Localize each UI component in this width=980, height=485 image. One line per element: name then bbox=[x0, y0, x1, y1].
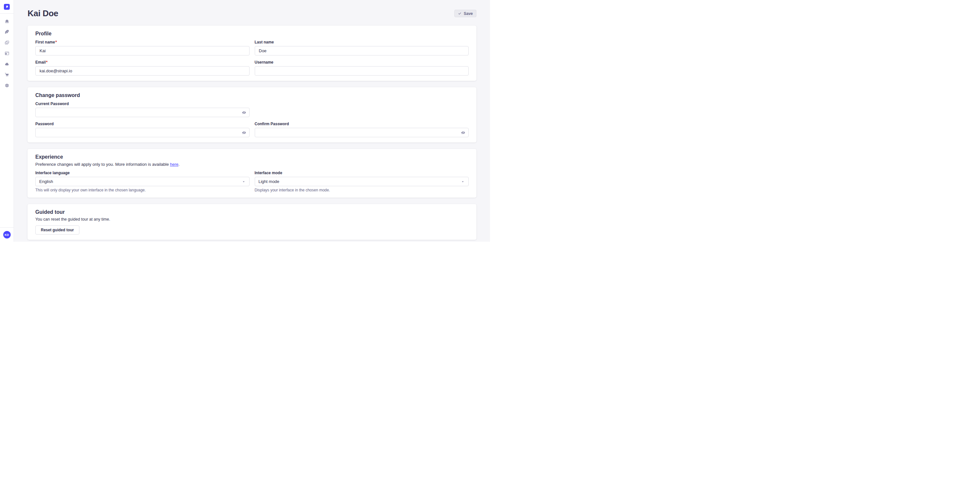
chevron-down-icon bbox=[242, 180, 246, 183]
first-name-field-group: First name* bbox=[35, 40, 250, 56]
username-field-group: Username bbox=[255, 60, 469, 76]
password-fields-grid: Current Password Pass bbox=[35, 102, 469, 137]
last-name-field-group: Last name bbox=[255, 40, 469, 56]
guided-tour-title: Guided tour bbox=[35, 209, 469, 215]
layout-icon bbox=[5, 51, 10, 56]
app-root: KD Kai Doe Save Profile First name* bbox=[0, 0, 490, 242]
page-header: Kai Doe Save bbox=[27, 8, 476, 19]
confirm-password-input[interactable] bbox=[255, 128, 469, 137]
current-password-input-wrap bbox=[35, 108, 250, 117]
user-avatar[interactable]: KD bbox=[3, 231, 11, 238]
toggle-password-visibility-button[interactable] bbox=[242, 131, 246, 135]
interface-language-select[interactable]: English bbox=[35, 177, 250, 186]
interface-language-hint: This will only display your own interfac… bbox=[35, 188, 250, 192]
change-password-title: Change password bbox=[35, 93, 469, 98]
sidebar-item-marketplace[interactable] bbox=[0, 69, 14, 80]
more-information-link[interactable]: here bbox=[170, 162, 178, 167]
first-name-label-text: First name bbox=[35, 40, 55, 45]
current-password-label: Current Password bbox=[35, 102, 250, 106]
password-input-wrap bbox=[35, 128, 250, 137]
reset-guided-tour-button[interactable]: Reset guided tour bbox=[35, 225, 80, 235]
email-field-group: Email* bbox=[35, 60, 250, 76]
cart-icon bbox=[5, 72, 10, 77]
save-button[interactable]: Save bbox=[454, 10, 476, 17]
images-icon bbox=[5, 40, 10, 45]
interface-language-field-group: Interface language English This will onl… bbox=[35, 171, 250, 192]
password-field-group: Password bbox=[35, 122, 250, 137]
required-asterisk: * bbox=[56, 40, 57, 45]
current-password-field-group: Current Password bbox=[35, 102, 250, 117]
sidebar-nav bbox=[0, 14, 14, 227]
sidebar-item-settings[interactable] bbox=[0, 80, 14, 91]
sidebar-item-content-type-builder[interactable] bbox=[0, 48, 14, 59]
current-password-input[interactable] bbox=[35, 108, 250, 117]
experience-description-text: Preference changes will apply only to yo… bbox=[35, 162, 170, 167]
guided-tour-card: Guided tour You can reset the guided tou… bbox=[27, 204, 476, 240]
profile-fields-grid: First name* Last name Email* Username bbox=[35, 40, 469, 76]
interface-language-value: English bbox=[39, 179, 53, 184]
feather-icon bbox=[5, 30, 10, 34]
sidebar-item-home[interactable] bbox=[0, 16, 14, 27]
sidebar-header bbox=[0, 0, 14, 14]
sidebar-footer: KD bbox=[0, 227, 14, 242]
interface-mode-select[interactable]: Light mode bbox=[255, 177, 469, 186]
eye-slash-icon bbox=[461, 131, 465, 135]
experience-description: Preference changes will apply only to yo… bbox=[35, 162, 469, 167]
interface-mode-label: Interface mode bbox=[255, 171, 469, 175]
sidebar-item-cloud[interactable] bbox=[0, 59, 14, 69]
sidebar: KD bbox=[0, 0, 14, 242]
sidebar-item-content-manager[interactable] bbox=[0, 27, 14, 37]
first-name-input[interactable] bbox=[35, 46, 250, 56]
save-button-label: Save bbox=[464, 11, 473, 16]
toggle-confirm-password-visibility-button[interactable] bbox=[461, 131, 465, 135]
username-label: Username bbox=[255, 60, 469, 65]
email-input[interactable] bbox=[35, 66, 250, 76]
cloud-icon bbox=[5, 62, 10, 67]
guided-tour-description: You can reset the guided tour at any tim… bbox=[35, 217, 469, 222]
eye-slash-icon bbox=[242, 131, 246, 135]
grid-spacer bbox=[255, 102, 469, 117]
email-label: Email* bbox=[35, 60, 250, 65]
check-icon bbox=[458, 12, 461, 15]
interface-mode-field-group: Interface mode Light mode Displays your … bbox=[255, 171, 469, 192]
email-label-text: Email bbox=[35, 60, 46, 65]
confirm-password-input-wrap bbox=[255, 128, 469, 137]
gear-icon bbox=[5, 83, 10, 88]
password-label: Password bbox=[35, 122, 250, 126]
strapi-logo-icon bbox=[5, 5, 9, 9]
page-title: Kai Doe bbox=[27, 8, 58, 19]
home-icon bbox=[5, 19, 10, 24]
confirm-password-field-group: Confirm Password bbox=[255, 122, 469, 137]
interface-mode-hint: Displays your interface in the chosen mo… bbox=[255, 188, 469, 192]
username-input[interactable] bbox=[255, 66, 469, 76]
experience-title: Experience bbox=[35, 154, 469, 160]
sidebar-item-media-library[interactable] bbox=[0, 37, 14, 48]
profile-card: Profile First name* Last name Email* Use… bbox=[27, 26, 476, 81]
toggle-current-password-visibility-button[interactable] bbox=[242, 110, 246, 115]
chevron-down-icon bbox=[461, 180, 465, 183]
password-input[interactable] bbox=[35, 128, 250, 137]
confirm-password-label: Confirm Password bbox=[255, 122, 469, 126]
interface-mode-value: Light mode bbox=[259, 179, 279, 184]
experience-card: Experience Preference changes will apply… bbox=[27, 149, 476, 198]
profile-card-title: Profile bbox=[35, 31, 469, 37]
interface-language-label: Interface language bbox=[35, 171, 250, 175]
experience-description-period: . bbox=[178, 162, 180, 167]
last-name-input[interactable] bbox=[255, 46, 469, 56]
change-password-card: Change password Current Password bbox=[27, 87, 476, 142]
last-name-label: Last name bbox=[255, 40, 469, 45]
eye-slash-icon bbox=[242, 110, 246, 115]
required-asterisk: * bbox=[46, 60, 48, 65]
main-content: Kai Doe Save Profile First name* Last na… bbox=[14, 0, 490, 242]
experience-fields-grid: Interface language English This will onl… bbox=[35, 171, 469, 192]
strapi-logo[interactable] bbox=[4, 4, 10, 10]
first-name-label: First name* bbox=[35, 40, 250, 45]
